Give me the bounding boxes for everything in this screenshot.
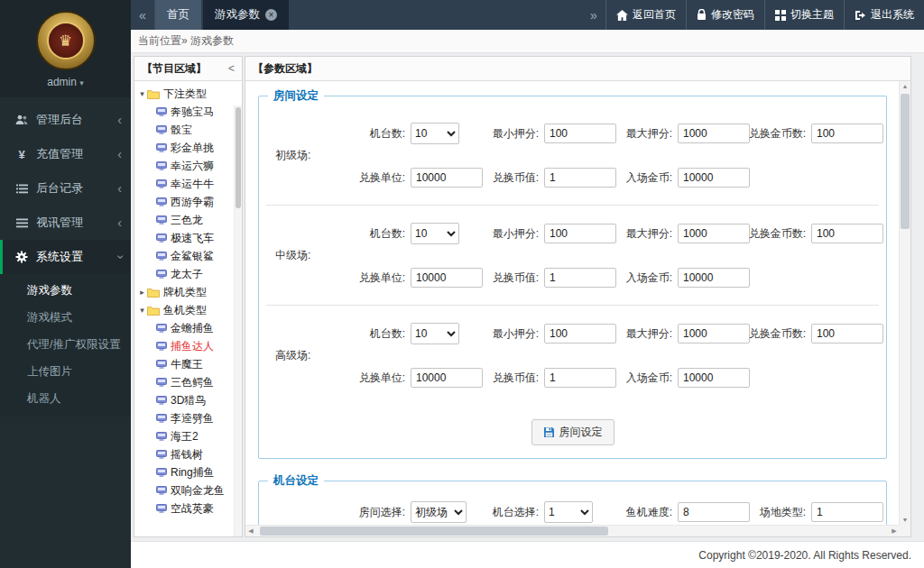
params-panel-header: 【参数区域】 (245, 57, 910, 81)
tree-scrollbar[interactable] (234, 105, 242, 536)
tree-node[interactable]: 幸运牛牛 (137, 175, 242, 193)
tree-node[interactable]: 海王2 (137, 427, 242, 445)
tree-node[interactable]: 西游争霸 (137, 193, 242, 211)
entry-coins-input[interactable] (678, 268, 750, 288)
min-bet-label: 最小押分: (477, 226, 544, 242)
tree-node[interactable]: 奔驰宝马 (137, 103, 242, 121)
tree-node[interactable]: 牌机类型 (137, 283, 242, 301)
save-room-settings-button[interactable]: 房间设定 (531, 419, 614, 445)
tree-node[interactable]: 鱼机类型 (137, 301, 242, 319)
sidebar-item-video-management[interactable]: 视讯管理 ‹ (0, 206, 131, 240)
min-bet-input[interactable] (544, 224, 616, 243)
chevron-double-right-icon[interactable]: » (582, 0, 605, 30)
machine-count-select[interactable]: 10 (411, 123, 459, 144)
entry-coins-input[interactable] (678, 168, 750, 188)
collapse-panel-icon[interactable]: < (228, 57, 235, 80)
scroll-right-icon[interactable]: ▶ (889, 526, 900, 536)
max-bet-input[interactable] (678, 124, 750, 143)
sidebar-subitem[interactable]: 机器人 (0, 385, 131, 412)
sidebar-item-system-settings[interactable]: 系统设置 ‹ (0, 240, 131, 274)
max-bet-input[interactable] (678, 324, 750, 344)
vertical-scroll-track[interactable] (900, 92, 910, 515)
tab[interactable]: 首页 × (155, 0, 201, 30)
sidebar-subitem[interactable]: 游戏参数 (0, 277, 131, 304)
game-machine-icon (156, 485, 167, 496)
sidebar-subitem[interactable]: 游戏模式 (0, 304, 131, 331)
tree-expander-icon[interactable] (137, 89, 147, 98)
tree-node[interactable]: 双响金龙鱼 (137, 481, 242, 499)
app-logo[interactable]: ♛ admin ▾ (0, 0, 131, 97)
entry-coins-input[interactable] (678, 368, 750, 388)
tree-expander-icon[interactable] (137, 306, 147, 315)
venue-type-input[interactable] (811, 502, 883, 522)
tree-node[interactable]: 摇钱树 (137, 445, 242, 463)
tree-node[interactable]: Ring捕鱼 (137, 463, 242, 481)
exchange-coins-input[interactable] (811, 224, 883, 243)
exchange-value-input[interactable] (544, 268, 616, 288)
user-menu[interactable]: admin ▾ (0, 76, 131, 92)
sidebar-item-backend-records[interactable]: 后台记录 ‹ (0, 171, 131, 206)
sidebar-item-label: 系统设置 (36, 249, 117, 265)
scroll-down-icon[interactable]: ▼ (900, 515, 910, 526)
scroll-left-icon[interactable]: ◀ (245, 526, 256, 536)
change-password-button[interactable]: 修改密码 (686, 0, 764, 30)
horizontal-scrollbar[interactable]: ◀ ▶ (245, 525, 900, 536)
game-machine-icon (156, 142, 167, 153)
machine-count-label: 机台数: (344, 326, 411, 342)
difficulty-input[interactable] (678, 502, 750, 522)
machine-count-label: 机台数: (344, 226, 411, 242)
sidebar-item-admin-backend[interactable]: 管理后台 ‹ (0, 103, 131, 137)
room-select[interactable]: 初级场 (411, 501, 467, 523)
exchange-value-input[interactable] (544, 368, 616, 388)
tree-node[interactable]: 三色龙 (137, 211, 242, 229)
users-icon (14, 115, 30, 125)
switch-theme-button[interactable]: 切换主题 (764, 0, 844, 30)
exchange-coins-input[interactable] (811, 124, 883, 143)
tree-node[interactable]: 极速飞车 (137, 229, 242, 247)
tree-node[interactable]: 牛魔王 (137, 355, 242, 373)
tree-node[interactable]: 李逵劈鱼 (137, 409, 242, 427)
horizontal-scroll-track[interactable] (256, 526, 889, 536)
min-bet-input[interactable] (544, 124, 616, 143)
exchange-value-input[interactable] (544, 168, 616, 188)
tab[interactable]: 游戏参数 × (203, 0, 289, 30)
machine-select[interactable]: 1 (544, 501, 593, 523)
logout-button[interactable]: 退出系统 (844, 0, 924, 30)
tree-node[interactable]: 空战英豪 (137, 499, 242, 518)
tabs-scroll-left-button[interactable]: « (131, 0, 155, 30)
tab-close-icon[interactable]: × (265, 9, 277, 21)
min-bet-input[interactable] (544, 324, 616, 344)
exchange-unit-input[interactable] (411, 368, 483, 388)
sidebar-item-label: 管理后台 (36, 112, 117, 128)
sidebar-item-recharge[interactable]: ¥ 充值管理 ‹ (0, 137, 131, 171)
scroll-up-icon[interactable]: ▲ (900, 81, 910, 92)
tree-expander-icon[interactable] (137, 288, 147, 297)
save-icon (543, 426, 555, 438)
tree-node[interactable]: 下注类型 (137, 85, 242, 103)
tree-node[interactable]: 龙太子 (137, 265, 242, 283)
tree-node[interactable]: 幸运六狮 (137, 157, 242, 175)
vertical-scrollbar[interactable]: ▲ ▼ (899, 81, 910, 526)
vertical-scroll-thumb[interactable] (901, 94, 910, 229)
tree-node[interactable]: 金蟾捕鱼 (137, 319, 242, 337)
chevron-double-left-icon: « (139, 8, 146, 23)
tree-scrollbar-thumb[interactable] (236, 107, 241, 208)
tree-node[interactable]: 彩金单挑 (137, 139, 242, 157)
max-bet-input[interactable] (678, 224, 750, 243)
sidebar-subitem[interactable]: 代理/推广权限设置 (0, 331, 131, 358)
exchange-unit-input[interactable] (411, 168, 483, 188)
tree-node[interactable]: 金鲨银鲨 (137, 247, 242, 265)
tab-bar: « 首页 × 游戏参数 × (131, 0, 291, 30)
exchange-coins-input[interactable] (811, 324, 883, 344)
tree-node[interactable]: 3D猎鸟 (137, 391, 242, 409)
tree-node-label: Ring捕鱼 (171, 465, 215, 481)
machine-count-select[interactable]: 10 (411, 223, 459, 244)
sidebar-subitem[interactable]: 上传图片 (0, 358, 131, 385)
horizontal-scroll-thumb[interactable] (260, 527, 608, 536)
tree-node[interactable]: 捕鱼达人 (137, 337, 242, 355)
tree-node[interactable]: 骰宝 (137, 121, 242, 139)
machine-count-select[interactable]: 10 (411, 323, 459, 344)
tree-node[interactable]: 三色鳄鱼 (137, 373, 242, 391)
exchange-unit-input[interactable] (411, 268, 483, 288)
home-button[interactable]: 返回首页 (605, 0, 686, 30)
